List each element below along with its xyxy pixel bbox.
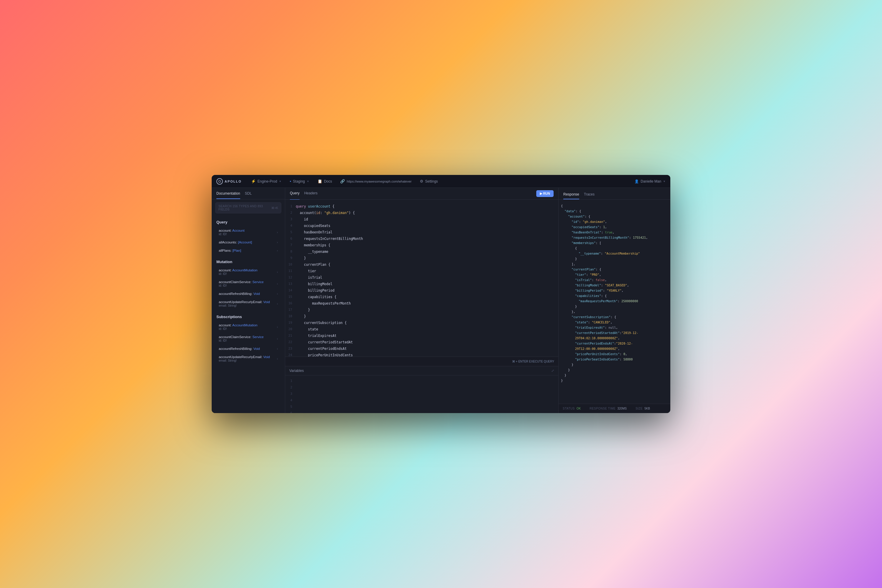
code-line-14: 14 billingPeriod (285, 287, 558, 294)
json-line: "hasBeenOnTrial": true, (561, 230, 668, 235)
chevron-right-icon-2: › (277, 241, 278, 244)
entry-email-text: accountUpdateRecurlyEmail: Void email: S… (219, 300, 270, 307)
query-tabs: Query Headers ▶ RUN (285, 188, 558, 200)
code-line-7: 7 memberships { (285, 242, 558, 248)
tab-sdl[interactable]: SDL (245, 191, 252, 199)
sidebar-entry-claimservice[interactable]: accountClaimService: Service id: ID! › (216, 278, 280, 289)
nav-staging[interactable]: ● Staging ▼ (286, 178, 312, 185)
nav-url-label: https://www.myawesomegraph.com/whatever (346, 180, 412, 183)
size-value: 5KB (645, 407, 650, 410)
json-line: "tier": "PRO", (561, 272, 668, 277)
sidebar-entry-allaccounts[interactable]: allAccounts: [Account] › (216, 238, 280, 246)
time-stat: RESPONSE TIME 320MS (590, 407, 627, 410)
code-line-20: 20 state (285, 326, 558, 333)
json-line: "capabilities": { (561, 293, 668, 298)
footer-shortcut: ⌘ + ENTER EXECUTE QUERY (512, 360, 554, 363)
time-value: 320MS (617, 407, 627, 410)
json-line: "pricePerUnitInUsdCents": 0, (561, 351, 668, 357)
sidebar-entry-sub-claim[interactable]: accountClaimService: Service id: ID! › (216, 333, 280, 344)
chevron-right-icon-9: › (277, 337, 278, 340)
json-line: "maxRequestsPerMonth": 250000000 (561, 298, 668, 304)
nav-engine-prod[interactable]: ⚡ Engine-Prod ▼ (248, 178, 285, 185)
nav-docs[interactable]: 📋 Docs (314, 178, 336, 185)
json-line: ], (561, 261, 668, 267)
tab-query[interactable]: Query (290, 188, 300, 200)
section-title-query: Query (216, 220, 280, 224)
chevron-right-icon-10: › (277, 347, 278, 351)
sidebar-entry-mutation-account[interactable]: account: AccountMutation id: ID! › (216, 266, 280, 278)
code-line-15: 15 capabilities { (285, 294, 558, 300)
logo-text: APOLLO (225, 180, 242, 183)
entry-text: account: Account id: ID! (219, 229, 244, 236)
json-line: "state": "CANCELED", (561, 320, 668, 325)
nav-settings[interactable]: ⚙ Settings (416, 178, 441, 185)
topbar-right: 👤 Danielle Man ▼ (634, 179, 666, 183)
search-placeholder: SEARCH 156 TYPES AND 893 FIELDS (219, 205, 272, 211)
json-line: "memberships": [ (561, 240, 668, 246)
sidebar-entry-sub-account[interactable]: account: AccountMutation id: ID! › (216, 321, 280, 333)
code-line-12: 12 isTrial (285, 274, 558, 281)
response-content: { "data": { "account": { "id": "gh.danim… (559, 200, 670, 404)
code-line-8: 8 __typename (285, 248, 558, 255)
json-line: "currentPlan": { (561, 267, 668, 272)
code-line-16: 16 maxRequestsPerMonth (285, 300, 558, 307)
expand-icon[interactable]: ⤢ (551, 369, 554, 373)
json-line: "occupiedSeats": 1, (561, 224, 668, 230)
json-line: } (561, 304, 668, 309)
chevron-right-icon-7: › (277, 302, 278, 306)
sidebar-entry-refreshbilling[interactable]: accountRefreshBilling: Void › (216, 290, 280, 297)
logo-icon (216, 178, 223, 184)
query-editor[interactable]: 1 query userAccount { 2 account(id: "gh.… (285, 200, 558, 357)
sidebar-section-query: Query account: Account id: ID! › allAcco… (212, 216, 285, 256)
logo[interactable]: APOLLO (216, 178, 242, 184)
size-stat: SIZE 5KB (636, 407, 650, 410)
entry-mut-text: account: AccountMutation id: ID! (219, 268, 258, 276)
tab-traces[interactable]: Traces (584, 192, 594, 200)
variables-header: Variables ⤢ (285, 366, 558, 375)
json-line: "isTrial": false, (561, 277, 668, 282)
code-line-6: 6 requestsInCurrentBillingMonth (285, 236, 558, 242)
json-line: "currentPeriodEndsAt":"2020-12-29T12:00:… (561, 341, 668, 351)
time-label: RESPONSE TIME (590, 407, 616, 410)
json-line: { (561, 246, 668, 251)
code-line-1: 1 query userAccount { (285, 203, 558, 210)
sidebar-section-subscriptions: Subscriptions account: AccountMutation i… (212, 311, 285, 366)
code-line-22: 22 currentPeriodStartedAt (285, 339, 558, 345)
json-line: "__typename": "AccountMembership" (561, 251, 668, 256)
chevron-right-icon-3: › (277, 249, 278, 252)
var-line-5: 5 (285, 404, 558, 410)
tab-documentation[interactable]: Documentation (216, 191, 240, 199)
search-box[interactable]: SEARCH 156 TYPES AND 893 FIELDS ⌘+K (215, 202, 281, 213)
topbar: APOLLO ⚡ Engine-Prod ▼ ● Staging ▼ 📋 Doc… (212, 175, 670, 188)
chevron-right-icon-6: › (277, 292, 278, 296)
chevron-right-icon-8: › (277, 326, 278, 329)
topbar-nav: ⚡ Engine-Prod ▼ ● Staging ▼ 📋 Docs 🔗 htt… (248, 178, 634, 185)
nav-engine-label: Engine-Prod (258, 179, 277, 183)
json-line: "id": "gh.daniman", (561, 219, 668, 224)
tab-headers[interactable]: Headers (304, 188, 318, 200)
sidebar-entry-account[interactable]: account: Account id: ID! › (216, 226, 280, 238)
json-line: } (561, 362, 668, 367)
sidebar-entry-allplans[interactable]: allPlans: [Plan] › (216, 247, 280, 254)
code-line-2: 2 account(id: "gh.daniman") { (285, 210, 558, 216)
user-menu[interactable]: 👤 Danielle Man ▼ (634, 179, 666, 183)
app-window: APOLLO ⚡ Engine-Prod ▼ ● Staging ▼ 📋 Doc… (212, 175, 670, 413)
json-line: }, (561, 309, 668, 314)
docs-icon: 📋 (318, 179, 322, 183)
user-name: Danielle Man (640, 179, 661, 183)
query-footer: ⌘ + ENTER EXECUTE QUERY (285, 357, 558, 366)
sidebar-entry-sub-email[interactable]: accountUpdateRecurlyEmail: Void email: S… (216, 353, 280, 364)
json-line: "currentSubscription": { (561, 314, 668, 320)
entry-sub-refresh-text: accountRefreshBilling: Void (219, 347, 260, 351)
code-line-17: 17 } (285, 307, 558, 313)
sidebar-entry-updateemail[interactable]: accountUpdateRecurlyEmail: Void email: S… (216, 298, 280, 309)
json-line: "data": { (561, 208, 668, 214)
variables-content[interactable]: 1 2 3 4 (285, 375, 558, 413)
variables-title: Variables (289, 369, 304, 373)
sidebar-entry-sub-refresh[interactable]: accountRefreshBilling: Void › (216, 345, 280, 352)
section-title-subscriptions: Subscriptions (216, 315, 280, 319)
tab-response[interactable]: Response (563, 192, 579, 200)
nav-url[interactable]: 🔗 https://www.myawesomegraph.com/whateve… (337, 178, 415, 185)
code-line-5: 5 hasBeenOnTrial (285, 229, 558, 236)
run-button[interactable]: ▶ RUN (536, 190, 554, 197)
